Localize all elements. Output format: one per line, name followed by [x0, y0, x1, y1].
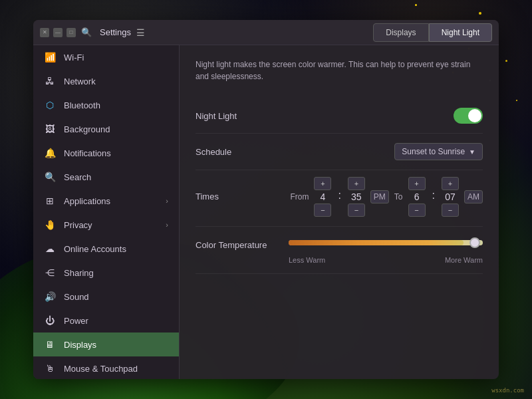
sidebar-item-label: Applications: [64, 196, 110, 206]
night-light-label: Night Light: [196, 111, 289, 121]
from-minute-value: 35: [348, 192, 365, 202]
schedule-label: Schedule: [196, 147, 289, 157]
from-minute-up-button[interactable]: +: [348, 177, 365, 190]
night-light-row: Night Light: [196, 98, 483, 134]
sidebar-item-label: Wi-Fi: [64, 53, 84, 63]
temperature-labels: Less Warm More Warm: [289, 256, 483, 264]
to-hour-value: 6: [408, 192, 426, 202]
sidebar-item-wifi[interactable]: 📶 Wi-Fi: [33, 45, 179, 69]
network-icon: 🖧: [44, 76, 56, 86]
menu-icon[interactable]: ☰: [136, 27, 145, 38]
night-light-control: [289, 108, 483, 124]
tab-displays[interactable]: Displays: [373, 23, 428, 42]
time-colon-to: :: [431, 190, 436, 201]
times-row: Times From + 4 − : +: [196, 170, 483, 227]
titlebar-tabs: Displays Night Light: [373, 23, 492, 42]
night-light-toggle[interactable]: [454, 108, 483, 124]
sidebar-item-label: Search: [64, 172, 91, 182]
schedule-value: Sunset to Sunrise: [402, 147, 465, 156]
sidebar-item-label: Online Accounts: [64, 244, 126, 254]
sidebar: 📶 Wi-Fi 🖧 Network ⬡ Bluetooth 🖼 Backgrou…: [33, 45, 180, 379]
displays-icon: 🖥: [44, 339, 56, 350]
from-hour-down-button[interactable]: −: [314, 203, 331, 217]
from-minute-down-button[interactable]: −: [348, 203, 365, 217]
color-temperature-label: Color Temperature: [196, 236, 289, 250]
tab-night-light[interactable]: Night Light: [429, 23, 492, 42]
sidebar-item-network[interactable]: 🖧 Network: [33, 69, 179, 93]
window-controls: ✕ — □: [40, 28, 76, 37]
bluetooth-icon: ⬡: [44, 100, 56, 110]
times-control: From + 4 − : + 35 −: [289, 177, 483, 217]
sidebar-item-label: Power: [64, 316, 88, 326]
from-hour-value: 4: [314, 192, 331, 202]
slider-track[interactable]: [289, 240, 483, 245]
time-colon-from: :: [336, 190, 342, 201]
slider-track-container: [289, 236, 483, 249]
schedule-row: Schedule Sunset to Sunrise ▼: [196, 134, 483, 170]
to-label: To: [394, 192, 403, 201]
schedule-dropdown[interactable]: Sunset to Sunrise ▼: [394, 143, 483, 160]
search-icon[interactable]: 🔍: [81, 27, 92, 37]
sidebar-item-label: Displays: [64, 340, 96, 350]
sidebar-item-label: Network: [64, 76, 96, 86]
color-temperature-row: Color Temperature Less Warm More Warm: [196, 227, 483, 274]
temperature-slider-container: Less Warm More Warm: [289, 236, 483, 264]
sidebar-item-background[interactable]: 🖼 Background: [33, 117, 179, 141]
applications-icon: ⊞: [44, 196, 56, 206]
sidebar-item-search[interactable]: 🔍 Search: [33, 165, 179, 189]
to-minute-group: + 07 −: [442, 177, 459, 217]
description-text: Night light makes the screen color warme…: [196, 59, 483, 82]
to-minute-up-button[interactable]: +: [442, 177, 459, 190]
sidebar-item-mouse-touchpad[interactable]: 🖱 Mouse & Touchpad: [33, 356, 179, 379]
sidebar-item-label: Notifications: [64, 148, 111, 158]
sidebar-item-notifications[interactable]: 🔔 Notifications: [33, 141, 179, 165]
online-accounts-icon: ☁: [44, 243, 56, 254]
notifications-icon: 🔔: [44, 148, 56, 158]
sidebar-item-label: Bluetooth: [64, 100, 100, 110]
from-hour-group: + 4 −: [314, 177, 331, 217]
privacy-icon: 🤚: [44, 219, 56, 230]
sidebar-item-label: Sharing: [64, 268, 94, 278]
from-minute-group: + 35 −: [348, 177, 365, 217]
slider-thumb[interactable]: [469, 237, 480, 248]
watermark: wsxdn.com: [491, 387, 524, 394]
sidebar-item-applications[interactable]: ⊞ Applications ›: [33, 189, 179, 213]
sound-icon: 🔊: [44, 291, 56, 302]
maximize-button[interactable]: □: [66, 28, 76, 37]
background-icon: 🖼: [44, 124, 56, 134]
from-period-value[interactable]: PM: [370, 190, 389, 203]
mouse-icon: 🖱: [44, 363, 56, 374]
from-hour-up-button[interactable]: +: [314, 177, 331, 190]
to-minute-value: 07: [442, 192, 459, 202]
sidebar-item-sound[interactable]: 🔊 Sound: [33, 285, 179, 309]
sidebar-item-sharing[interactable]: ⋲ Sharing: [33, 261, 179, 285]
sidebar-item-label: Background: [64, 124, 110, 134]
window-title: Settings: [100, 27, 131, 37]
sidebar-item-privacy[interactable]: 🤚 Privacy ›: [33, 213, 179, 237]
less-warm-label: Less Warm: [289, 256, 325, 264]
sidebar-item-label: Sound: [64, 292, 89, 302]
schedule-control: Sunset to Sunrise ▼: [289, 143, 483, 160]
sidebar-item-label: Privacy: [64, 220, 92, 230]
sidebar-item-bluetooth[interactable]: ⬡ Bluetooth: [33, 93, 179, 117]
search-icon: 🔍: [44, 172, 56, 182]
content-area: 📶 Wi-Fi 🖧 Network ⬡ Bluetooth 🖼 Backgrou…: [33, 45, 499, 379]
to-hour-group: + 6 −: [408, 177, 426, 217]
slider-filled: [289, 240, 464, 245]
titlebar: ✕ — □ 🔍 Settings ☰ Displays Night Light: [33, 20, 499, 45]
to-hour-up-button[interactable]: +: [408, 177, 426, 190]
chevron-right-icon: ›: [166, 221, 168, 229]
power-icon: ⏻: [44, 315, 56, 326]
to-hour-down-button[interactable]: −: [408, 203, 426, 217]
chevron-right-icon: ›: [166, 197, 168, 205]
sidebar-item-displays[interactable]: 🖥 Displays: [33, 332, 179, 356]
minimize-button[interactable]: —: [53, 28, 63, 37]
to-minute-down-button[interactable]: −: [442, 203, 459, 217]
close-button[interactable]: ✕: [40, 28, 49, 37]
chevron-down-icon: ▼: [469, 148, 475, 156]
color-temperature-control: Less Warm More Warm: [289, 236, 483, 264]
sidebar-item-power[interactable]: ⏻ Power: [33, 309, 179, 332]
from-label: From: [290, 192, 309, 201]
sidebar-item-online-accounts[interactable]: ☁ Online Accounts: [33, 237, 179, 261]
to-period-value[interactable]: AM: [464, 190, 483, 203]
